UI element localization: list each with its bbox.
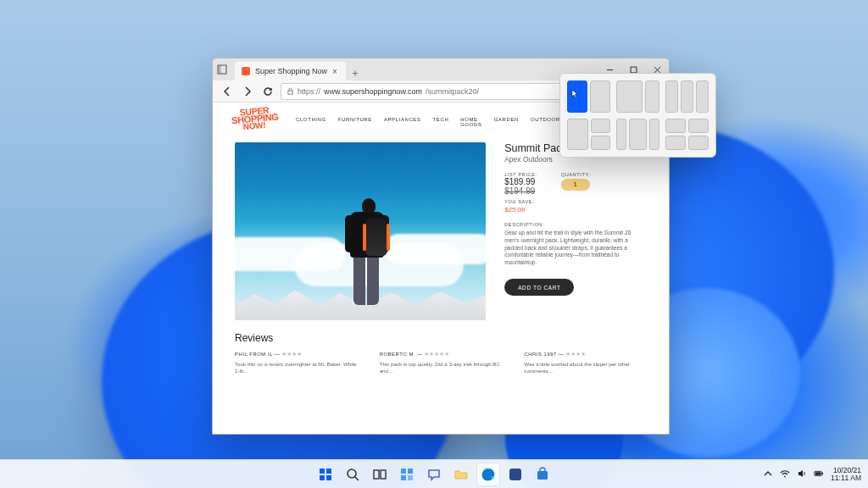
product-section: Summit Pack 20 – Men's Apex Outdoors LIS… — [213, 134, 669, 327]
snap-layout-option[interactable] — [616, 80, 659, 113]
taskbar: 10/20/21 11:11 AM — [0, 459, 868, 488]
app-button[interactable] — [504, 463, 526, 485]
favicon-icon — [242, 67, 250, 75]
refresh-button[interactable] — [260, 84, 275, 99]
widgets-button[interactable] — [396, 463, 418, 485]
nav-item[interactable]: FURNITURE — [338, 117, 372, 127]
svg-rect-10 — [326, 475, 331, 480]
url-prefix: https:// — [298, 87, 320, 96]
svg-rect-9 — [320, 475, 325, 480]
tray-time: 11:11 AM — [831, 474, 861, 482]
review: PHIL FROM IL — ★★★★ Took this on a recen… — [235, 351, 358, 375]
chat-button[interactable] — [423, 463, 445, 485]
store-nav: CLOTHING FURNITURE APPLIANCES TECH HOME … — [296, 117, 560, 127]
svg-line-12 — [355, 477, 359, 480]
snap-layout-option[interactable] — [665, 119, 709, 151]
volume-icon[interactable] — [797, 469, 807, 480]
svg-rect-20 — [509, 469, 521, 480]
url-path: /summitpack20/ — [426, 87, 479, 96]
svg-point-22 — [784, 475, 786, 477]
system-tray[interactable]: 10/20/21 11:11 AM — [763, 467, 868, 482]
review: ROBERTO M. — ★★★★★ This pack is top qual… — [380, 351, 503, 375]
svg-point-11 — [348, 469, 356, 478]
svg-rect-1 — [218, 65, 221, 74]
forward-button[interactable] — [240, 84, 255, 99]
nav-item[interactable]: CLOTHING — [296, 117, 326, 127]
svg-rect-13 — [374, 470, 379, 479]
search-button[interactable] — [342, 463, 364, 485]
snap-layouts-flyout — [559, 73, 716, 158]
svg-rect-17 — [401, 475, 406, 480]
file-explorer-button[interactable] — [450, 463, 472, 485]
product-image — [235, 142, 486, 320]
lock-icon — [287, 87, 294, 95]
close-tab-icon[interactable]: × — [332, 67, 337, 76]
original-price: $194.99 — [504, 186, 537, 196]
edge-button[interactable] — [477, 463, 499, 485]
quantity-stepper[interactable]: 1 — [561, 179, 590, 191]
price: $189.99 — [504, 177, 537, 186]
reviews-section: Reviews PHIL FROM IL — ★★★★ Took this on… — [213, 327, 669, 375]
snap-layout-option[interactable] — [567, 80, 610, 113]
wifi-icon[interactable] — [780, 469, 790, 480]
cursor-icon — [571, 86, 581, 102]
svg-rect-24 — [822, 472, 823, 474]
review: CHRIS 1997 — ★★★★ Was a little worried a… — [524, 351, 647, 375]
snap-layout-option[interactable] — [567, 119, 610, 151]
svg-rect-8 — [326, 469, 331, 474]
battery-icon[interactable] — [814, 469, 824, 480]
nav-item[interactable]: TECH — [433, 117, 449, 127]
svg-rect-18 — [408, 475, 413, 480]
quantity-label: QUANTITY: — [561, 172, 591, 177]
svg-rect-14 — [381, 470, 386, 479]
svg-rect-16 — [408, 469, 413, 474]
svg-rect-15 — [401, 469, 406, 474]
back-button[interactable] — [220, 84, 235, 99]
chevron-up-icon[interactable] — [763, 469, 773, 480]
browser-tab[interactable]: Super Shopping Now × — [235, 62, 346, 80]
description-label: DESCRIPTION: — [504, 222, 647, 227]
nav-item[interactable]: HOME GOODS — [460, 117, 481, 127]
product-details: Summit Pack 20 – Men's Apex Outdoors LIS… — [504, 142, 647, 320]
savings: $25.06 — [504, 206, 537, 214]
url-domain: www.supershoppingnow.com — [324, 87, 422, 96]
svg-rect-3 — [631, 67, 637, 73]
add-to-cart-button[interactable]: ADD TO CART — [504, 279, 574, 296]
nav-item[interactable]: GARDEN — [494, 117, 519, 127]
tab-title: Super Shopping Now — [255, 67, 327, 75]
start-button[interactable] — [314, 463, 337, 485]
nav-item[interactable]: OUTDOOR — [531, 117, 560, 127]
task-view-button[interactable] — [369, 463, 391, 485]
snap-layout-option[interactable] — [616, 119, 659, 151]
svg-rect-7 — [320, 469, 325, 474]
store-logo[interactable]: SUPER SHOPPING NOW! — [231, 108, 277, 130]
list-price-label: LIST PRICE: — [504, 172, 537, 177]
svg-rect-25 — [815, 472, 821, 474]
svg-rect-21 — [537, 471, 548, 480]
store-button[interactable] — [531, 463, 554, 485]
svg-rect-6 — [288, 91, 292, 94]
reviews-heading: Reviews — [235, 332, 647, 344]
nav-item[interactable]: APPLIANCES — [384, 117, 421, 127]
tab-actions-icon[interactable] — [213, 58, 231, 80]
snap-layout-option[interactable] — [665, 80, 709, 113]
description: Gear up and hit the trail in style with … — [504, 230, 647, 267]
you-save-label: YOU SAVE: — [504, 199, 537, 204]
new-tab-button[interactable]: ＋ — [346, 66, 364, 80]
